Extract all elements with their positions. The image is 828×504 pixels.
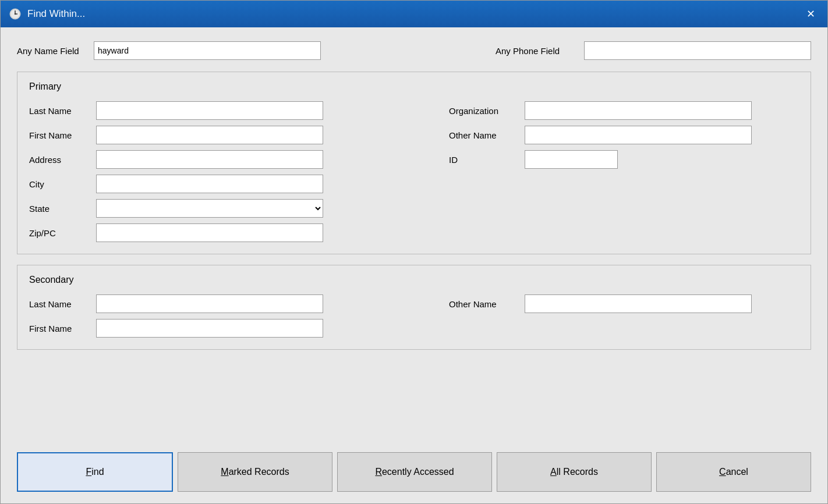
city-label: City: [29, 179, 90, 189]
form-row: Other Name: [449, 294, 799, 313]
cancel-rest: ancel: [726, 467, 748, 477]
any-name-input[interactable]: [94, 41, 321, 60]
primary-section: Primary Last Name First Name Address: [17, 72, 811, 254]
first-name-secondary-input[interactable]: [96, 319, 323, 338]
find-within-dialog: Find Within... ✕ Any Name Field Any Phon…: [0, 0, 828, 504]
secondary-left-fields: Last Name First Name: [29, 294, 414, 338]
secondary-grid: Last Name First Name Other Name: [29, 294, 799, 338]
cancel-button[interactable]: Cancel: [656, 452, 811, 492]
last-name-secondary-label: Last Name: [29, 299, 90, 309]
all-records-button[interactable]: All Records: [497, 452, 652, 492]
zippc-label: Zip/PC: [29, 228, 90, 238]
any-name-label: Any Name Field: [17, 46, 87, 56]
form-row: State: [29, 199, 414, 218]
find-rest: ind: [91, 467, 104, 477]
any-phone-label: Any Phone Field: [496, 46, 577, 56]
any-phone-group: Any Phone Field: [496, 41, 811, 60]
clock-icon: [9, 8, 22, 20]
title-bar-left: Find Within...: [9, 8, 85, 20]
organization-label: Organization: [449, 106, 519, 116]
last-name-secondary-input[interactable]: [96, 294, 323, 313]
recently-underline-char: R: [375, 467, 382, 477]
primary-right-fields: Organization Other Name ID: [414, 101, 799, 242]
all-underline-char: A: [550, 467, 557, 477]
marked-underline-char: M: [221, 467, 228, 477]
form-row: Zip/PC: [29, 223, 414, 242]
state-primary-select[interactable]: [96, 199, 323, 218]
form-row: ID: [449, 150, 799, 169]
form-row: City: [29, 175, 414, 193]
secondary-section-title: Secondary: [29, 275, 799, 285]
other-name-primary-label: Other Name: [449, 130, 519, 140]
recently-rest: ecently Accessed: [382, 467, 454, 477]
last-name-primary-input[interactable]: [96, 101, 323, 120]
find-underline-char: F: [86, 467, 91, 477]
last-name-label: Last Name: [29, 106, 90, 116]
form-row: Last Name: [29, 101, 414, 120]
form-row: Address: [29, 150, 414, 169]
first-name-label: First Name: [29, 130, 90, 140]
id-primary-input[interactable]: [525, 150, 618, 169]
zippc-primary-input[interactable]: [96, 223, 323, 242]
first-name-secondary-label: First Name: [29, 324, 90, 333]
all-rest: ll Records: [557, 467, 598, 477]
cancel-underline-char: C: [719, 467, 726, 477]
button-bar: Find Marked Records Recently Accessed Al…: [17, 446, 811, 492]
close-button[interactable]: ✕: [802, 5, 819, 23]
form-row: Organization: [449, 101, 799, 120]
address-primary-input[interactable]: [96, 150, 323, 169]
form-row: First Name: [29, 126, 414, 144]
address-label: Address: [29, 155, 90, 165]
primary-grid: Last Name First Name Address City: [29, 101, 799, 242]
form-row: Last Name: [29, 294, 414, 313]
secondary-right-fields: Other Name: [414, 294, 799, 338]
state-label: State: [29, 204, 90, 214]
any-name-group: Any Name Field: [17, 41, 321, 60]
id-label: ID: [449, 155, 519, 165]
form-row: First Name: [29, 319, 414, 338]
any-phone-input[interactable]: [584, 41, 811, 60]
dialog-content: Any Name Field Any Phone Field Primary L…: [1, 27, 827, 503]
other-name-secondary-label: Other Name: [449, 299, 519, 309]
top-row: Any Name Field Any Phone Field: [17, 41, 811, 60]
secondary-section: Secondary Last Name First Name: [17, 265, 811, 350]
window-title: Find Within...: [27, 8, 85, 20]
first-name-primary-input[interactable]: [96, 126, 323, 144]
primary-section-title: Primary: [29, 81, 799, 92]
svg-point-4: [15, 13, 16, 15]
recently-accessed-button[interactable]: Recently Accessed: [337, 452, 492, 492]
marked-records-button[interactable]: Marked Records: [178, 452, 332, 492]
find-button[interactable]: Find: [17, 452, 173, 492]
title-bar: Find Within... ✕: [1, 1, 827, 27]
primary-left-fields: Last Name First Name Address City: [29, 101, 414, 242]
marked-rest: arked Records: [229, 467, 289, 477]
organization-primary-input[interactable]: [525, 101, 752, 120]
other-name-secondary-input[interactable]: [525, 294, 752, 313]
other-name-primary-input[interactable]: [525, 126, 752, 144]
city-primary-input[interactable]: [96, 175, 323, 193]
form-row: Other Name: [449, 126, 799, 144]
